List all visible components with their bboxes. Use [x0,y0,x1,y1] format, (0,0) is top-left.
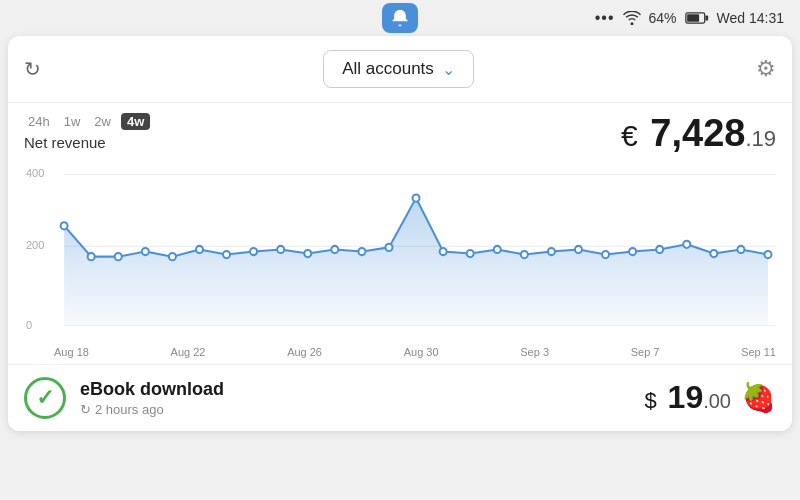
svg-point-11 [115,253,122,260]
battery-percent: 64% [649,10,677,26]
transaction-left: ✓ eBook download ↻ 2 hours ago [24,377,224,419]
revenue-currency: € [621,119,638,152]
svg-point-14 [196,246,203,253]
transaction-right: $ 19.00 🍓 [644,379,776,416]
bell-icon[interactable] [382,3,418,33]
main-card: ↻ All accounts ⌄ ⚙ 24h 1w 2w 4w Net reve… [8,36,792,431]
svg-point-25 [494,246,501,253]
svg-point-26 [521,251,528,258]
stats-left: 24h 1w 2w 4w Net revenue [24,113,150,151]
svg-rect-1 [687,14,699,22]
revenue-cents: .19 [745,126,776,151]
x-label-aug22: Aug 22 [171,346,206,358]
svg-rect-2 [705,15,708,20]
svg-text:200: 200 [26,239,44,251]
svg-point-20 [358,248,365,255]
svg-point-27 [548,248,555,255]
settings-icon[interactable]: ⚙ [756,56,776,82]
svg-point-33 [710,250,717,257]
svg-point-15 [223,251,230,258]
price-whole: 19 [668,379,704,415]
svg-text:0: 0 [26,318,32,330]
time-filters: 24h 1w 2w 4w [24,113,150,130]
repeat-icon: ↻ [80,402,91,417]
transaction-title: eBook download [80,379,224,400]
svg-point-31 [656,246,663,253]
header-row: ↻ All accounts ⌄ ⚙ [8,36,792,103]
svg-point-13 [169,253,176,260]
dots-menu[interactable]: ••• [595,9,615,27]
price-cents: .00 [703,390,731,412]
revenue-chart: 400 200 0 [24,159,776,344]
x-label-sep3: Sep 3 [520,346,549,358]
svg-point-34 [737,246,744,253]
svg-point-24 [467,250,474,257]
revenue-amount: € 7,428.19 [621,113,776,155]
account-selector-label: All accounts [342,59,434,79]
transaction-info: eBook download ↻ 2 hours ago [80,379,224,417]
check-icon: ✓ [24,377,66,419]
status-bar: ••• 64% Wed 14:31 [0,0,800,36]
svg-point-35 [764,251,771,258]
filter-24h[interactable]: 24h [24,113,54,130]
filter-1w[interactable]: 1w [60,113,85,130]
transaction-time-text: 2 hours ago [95,402,164,417]
x-label-aug18: Aug 18 [54,346,89,358]
svg-point-22 [413,194,420,201]
price-currency: $ [644,388,656,413]
svg-point-19 [331,246,338,253]
svg-point-16 [250,248,257,255]
revenue-whole: 7,428 [650,112,745,154]
filter-2w[interactable]: 2w [90,113,115,130]
svg-point-32 [683,241,690,248]
strawberry-icon: 🍓 [741,381,776,414]
x-axis-labels: Aug 18 Aug 22 Aug 26 Aug 30 Sep 3 Sep 7 … [8,344,792,364]
battery-icon [685,11,709,25]
transaction-time: ↻ 2 hours ago [80,402,224,417]
svg-point-9 [61,222,68,229]
svg-point-12 [142,248,149,255]
status-bar-center [382,3,418,33]
x-label-aug30: Aug 30 [404,346,439,358]
svg-point-23 [440,248,447,255]
chart-area: 400 200 0 [8,159,792,344]
status-bar-right: ••• 64% Wed 14:31 [595,9,784,27]
net-revenue-label: Net revenue [24,134,150,151]
x-label-aug26: Aug 26 [287,346,322,358]
svg-point-28 [575,246,582,253]
svg-text:400: 400 [26,167,44,179]
svg-point-30 [629,248,636,255]
svg-point-17 [277,246,284,253]
svg-point-10 [88,253,95,260]
account-selector[interactable]: All accounts ⌄ [323,50,474,88]
transaction-price: $ 19.00 [644,379,731,416]
filter-4w[interactable]: 4w [121,113,150,130]
wifi-icon [623,11,641,25]
chevron-down-icon: ⌄ [442,60,455,79]
svg-point-21 [385,244,392,251]
refresh-icon[interactable]: ↻ [24,57,41,81]
stats-header: 24h 1w 2w 4w Net revenue € 7,428.19 [8,103,792,159]
svg-point-18 [304,250,311,257]
x-label-sep7: Sep 7 [631,346,660,358]
status-time: Wed 14:31 [717,10,784,26]
svg-point-29 [602,251,609,258]
x-label-sep11: Sep 11 [741,346,776,358]
transaction-row[interactable]: ✓ eBook download ↻ 2 hours ago $ 19.00 🍓 [8,364,792,431]
